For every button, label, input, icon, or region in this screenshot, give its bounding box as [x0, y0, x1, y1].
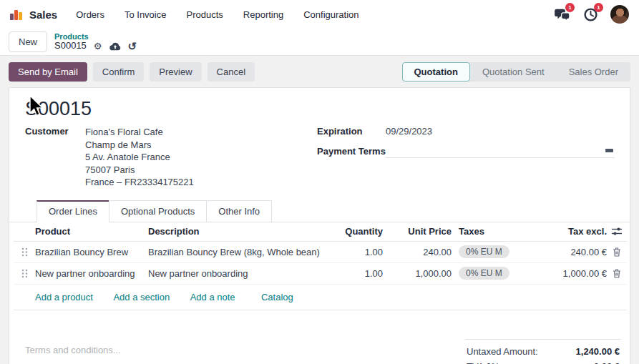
messages-badge: 1: [565, 3, 575, 12]
payment-terms-label: Payment Terms: [317, 146, 386, 157]
untaxed-amount-label: Untaxed Amount:: [467, 346, 538, 357]
col-quantity[interactable]: Quantity: [321, 226, 383, 237]
menu-item-configuration[interactable]: Configuration: [303, 9, 358, 20]
optional-columns-button[interactable]: [607, 227, 627, 236]
cell-unit-price[interactable]: 1,000.00: [383, 268, 452, 279]
status-step-sales-order[interactable]: Sales Order: [557, 62, 630, 82]
customer-name[interactable]: Fiona's Floral Cafe: [85, 126, 317, 139]
tab-other-info[interactable]: Other Info: [206, 200, 272, 222]
customer-field[interactable]: Fiona's Floral Cafe Champ de Mars 5 Av. …: [85, 126, 317, 189]
main-menu: Orders To Invoice Products Reporting Con…: [76, 9, 358, 20]
col-description[interactable]: Description: [148, 226, 321, 237]
notebook-tabs: Order Lines Optional Products Other Info: [9, 200, 630, 222]
drag-handle-icon[interactable]: [14, 247, 35, 257]
status-step-quotation-sent[interactable]: Quotation Sent: [470, 62, 557, 82]
col-taxes[interactable]: Taxes: [452, 226, 535, 237]
totals-block: Untaxed Amount: 1,240.00 € TVA 0%: 0.00 …: [465, 339, 621, 364]
add-a-section-link[interactable]: Add a section: [113, 292, 170, 302]
menu-item-products[interactable]: Products: [186, 9, 223, 20]
order-reference-title[interactable]: S00015: [25, 98, 630, 120]
top-nav: Sales Orders To Invoice Products Reporti…: [0, 0, 639, 29]
untaxed-amount-value: 1,240.00 €: [576, 346, 620, 357]
trash-icon: [613, 269, 621, 278]
cell-description[interactable]: Brazilian Bouncy Brew (8kg, Whole bean): [148, 247, 321, 257]
customer-label: Customer: [25, 126, 85, 189]
table-footer-links: Add a product Add a section Add a note C…: [14, 285, 627, 310]
order-line-row[interactable]: New partner onboarding New partner onboa…: [14, 263, 627, 285]
activities-badge: 1: [594, 3, 603, 12]
cell-product[interactable]: Brazilian Bouncy Brew: [35, 247, 148, 257]
discard-undo-icon[interactable]: ↺: [128, 41, 137, 51]
send-by-email-button[interactable]: Send by Email: [9, 62, 87, 82]
breadcrumb-parent[interactable]: Products: [54, 32, 137, 41]
cell-quantity[interactable]: 1.00: [321, 247, 383, 257]
delete-row-button[interactable]: [607, 269, 627, 278]
expiration-label: Expiration: [317, 126, 386, 137]
payment-terms-field[interactable]: [386, 144, 615, 158]
sliders-icon: [612, 227, 622, 236]
confirm-button[interactable]: Confirm: [93, 62, 145, 82]
expiration-value[interactable]: 09/29/2023: [386, 126, 615, 137]
customer-address-line: 5 Av. Anatole France: [85, 151, 317, 164]
customer-address-line: 75007 Paris: [85, 164, 317, 177]
catalog-link[interactable]: Catalog: [261, 292, 293, 302]
app-name[interactable]: Sales: [29, 9, 57, 21]
menu-item-to-invoice[interactable]: To Invoice: [125, 9, 167, 20]
dropdown-caret-icon[interactable]: [605, 149, 613, 152]
drag-handle-icon[interactable]: [14, 269, 35, 278]
control-panel: New Products S00015 ⚙ ↺: [0, 29, 639, 56]
customer-address-line: France – FR23334175221: [85, 176, 317, 189]
menu-item-orders[interactable]: Orders: [76, 9, 104, 20]
cell-subtotal: 240.00 €: [535, 247, 607, 257]
table-header-row: Product Description Quantity Unit Price …: [14, 222, 627, 242]
preview-button[interactable]: Preview: [150, 62, 201, 82]
terms-and-conditions-field[interactable]: Terms and conditions...: [25, 345, 121, 364]
order-line-row[interactable]: Brazilian Bouncy Brew Brazilian Bouncy B…: [14, 242, 627, 263]
trash-icon: [613, 247, 621, 257]
messages-button[interactable]: 1: [553, 6, 570, 23]
status-step-quotation[interactable]: Quotation: [402, 62, 470, 82]
tax-value: 0.00 €: [594, 361, 620, 364]
cell-quantity[interactable]: 1.00: [321, 268, 383, 279]
delete-row-button[interactable]: [607, 247, 627, 257]
col-tax-excl[interactable]: Tax excl.: [535, 226, 607, 237]
cell-subtotal: 1,000.00 €: [535, 268, 607, 279]
add-a-product-link[interactable]: Add a product: [35, 292, 93, 302]
sheet-footer: Terms and conditions... Untaxed Amount: …: [9, 339, 630, 364]
cell-description[interactable]: New partner onboarding: [148, 268, 321, 279]
cell-product[interactable]: New partner onboarding: [35, 268, 148, 279]
save-cloud-icon[interactable]: [109, 42, 121, 51]
tax-label: TVA 0%:: [467, 361, 502, 364]
user-avatar[interactable]: [610, 5, 629, 24]
cell-unit-price[interactable]: 240.00: [383, 247, 452, 257]
tax-tag[interactable]: 0% EU M: [459, 267, 509, 280]
breadcrumb-current: S00015: [54, 41, 87, 51]
cancel-button[interactable]: Cancel: [208, 62, 255, 82]
odoo-graph-logo-icon[interactable]: [10, 9, 22, 20]
order-lines-table: Product Description Quantity Unit Price …: [14, 222, 627, 310]
tax-tag[interactable]: 0% EU M: [459, 245, 509, 258]
settings-gear-icon[interactable]: ⚙: [94, 41, 102, 51]
add-a-note-link[interactable]: Add a note: [190, 292, 235, 302]
status-bar: Quotation Quotation Sent Sales Order: [402, 62, 631, 82]
col-product[interactable]: Product: [35, 226, 148, 237]
customer-address-line: Champ de Mars: [85, 139, 317, 152]
tab-optional-products[interactable]: Optional Products: [109, 200, 207, 222]
new-button[interactable]: New: [9, 31, 47, 52]
tab-order-lines[interactable]: Order Lines: [36, 200, 109, 222]
action-bar: Send by Email Confirm Preview Cancel Quo…: [0, 56, 639, 87]
form-fields: Customer Fiona's Floral Cafe Champ de Ma…: [9, 126, 630, 189]
breadcrumb: Products S00015 ⚙ ↺: [54, 32, 137, 51]
menu-item-reporting[interactable]: Reporting: [243, 9, 283, 20]
col-unit-price[interactable]: Unit Price: [383, 226, 452, 237]
quotation-sheet: S00015 Customer Fiona's Floral Cafe Cham…: [9, 87, 630, 364]
activities-button[interactable]: 1: [582, 6, 599, 23]
